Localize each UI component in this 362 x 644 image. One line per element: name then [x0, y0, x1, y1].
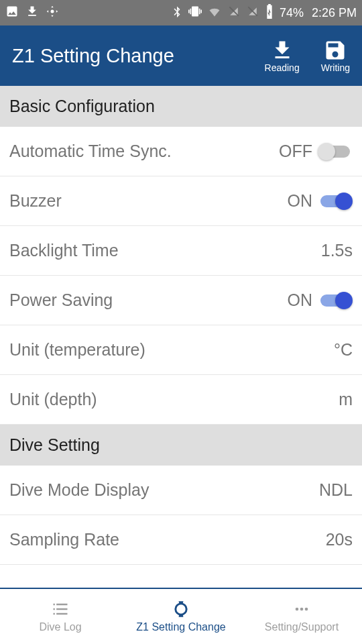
row-value: ON [288, 290, 313, 310]
row-value: °C [334, 340, 353, 360]
nav-label: Dive Log [39, 621, 81, 633]
row-value: 20s [326, 530, 353, 549]
list-icon [50, 600, 71, 619]
row-backlight-time[interactable]: Backlight Time 1.5s [0, 226, 362, 276]
row-buzzer[interactable]: Buzzer ON [0, 176, 362, 226]
nav-z1-setting[interactable]: Z1 Setting Change [121, 589, 241, 644]
row-auto-time-sync[interactable]: Automatic Time Sync. OFF [0, 127, 362, 176]
section-header-basic: Basic Configuration [0, 86, 362, 127]
download-arrow-icon [270, 38, 294, 62]
reading-label: Reading [265, 62, 300, 73]
nav-dive-log[interactable]: Dive Log [0, 589, 121, 644]
row-value: m [339, 390, 353, 409]
battery-icon [265, 4, 274, 22]
nav-setting-support[interactable]: Setting/Support [241, 589, 362, 644]
row-label: Sampling Rate [9, 530, 326, 549]
row-label: Unit (depth) [9, 390, 339, 409]
writing-label: Writing [321, 62, 350, 73]
nav-label: Setting/Support [265, 621, 339, 633]
writing-button[interactable]: Writing [321, 38, 350, 73]
svg-point-5 [300, 608, 304, 611]
download-icon [25, 5, 39, 21]
row-unit-temperature[interactable]: Unit (temperature) °C [0, 325, 362, 375]
wifi-icon [207, 5, 222, 21]
section-header-dive: Dive Setting [0, 425, 362, 466]
settings-scroll[interactable]: Basic Configuration Automatic Time Sync.… [0, 86, 362, 588]
row-label: Automatic Time Sync. [9, 142, 279, 161]
vibrate-icon [188, 5, 202, 21]
bluetooth-icon [171, 5, 183, 21]
nav-label: Z1 Setting Change [136, 621, 225, 633]
row-dive-mode-display[interactable]: Dive Mode Display NDL [0, 466, 362, 515]
watch-icon [170, 600, 192, 619]
app-bar: Z1 Setting Change Reading Writing [0, 25, 362, 86]
svg-point-3 [176, 604, 186, 614]
status-right-icons: 74% 2:26 PM [171, 4, 357, 22]
battery-pct: 74% [280, 6, 304, 20]
row-value: OFF [279, 142, 312, 161]
bottom-nav: Dive Log Z1 Setting Change Setting/Suppo… [0, 588, 362, 644]
no-sim-icon-2 [246, 4, 259, 22]
image-icon [5, 5, 19, 21]
toggle-auto-time-sync[interactable] [318, 142, 353, 162]
row-value: 1.5s [321, 241, 353, 260]
row-sampling-rate[interactable]: Sampling Rate 20s [0, 515, 362, 565]
sync-icon [46, 5, 59, 21]
row-power-saving[interactable]: Power Saving ON [0, 276, 362, 325]
row-label: Power Saving [9, 290, 288, 310]
row-label: Buzzer [9, 191, 288, 211]
save-icon [323, 38, 347, 62]
more-icon [291, 600, 312, 619]
status-left-icons [5, 5, 59, 21]
no-sim-icon-1 [227, 4, 241, 22]
row-value: ON [288, 191, 313, 211]
row-unit-depth[interactable]: Unit (depth) m [0, 375, 362, 425]
toggle-buzzer[interactable] [318, 191, 353, 211]
svg-point-6 [305, 608, 308, 611]
toggle-power-saving[interactable] [318, 290, 353, 311]
clock: 2:26 PM [312, 6, 357, 20]
row-label: Backlight Time [9, 241, 321, 260]
row-value: NDL [319, 480, 353, 500]
svg-point-0 [51, 9, 54, 13]
page-title: Z1 Setting Change [12, 45, 174, 67]
row-label: Dive Mode Display [9, 480, 319, 500]
svg-point-4 [296, 608, 299, 611]
reading-button[interactable]: Reading [265, 38, 300, 73]
row-label: Unit (temperature) [9, 340, 334, 360]
status-bar: 74% 2:26 PM [0, 0, 362, 25]
